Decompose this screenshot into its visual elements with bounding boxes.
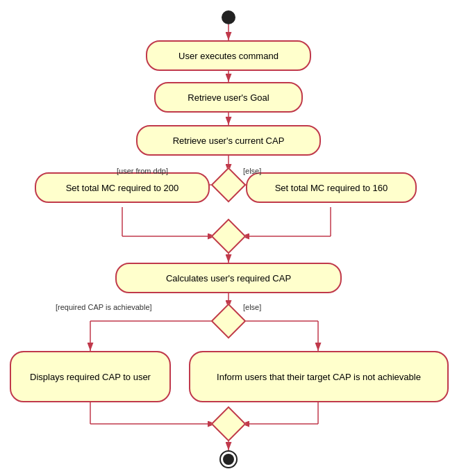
set-mc-160-node: Set total MC required to 160 — [246, 172, 417, 203]
inform-not-label: Inform users that their target CAP is no… — [217, 372, 421, 382]
label-user-from-ddp: [user from ddp] — [117, 167, 168, 175]
calc-cap-label: Calculates user's required CAP — [166, 273, 291, 284]
label-else2: [else] — [243, 303, 261, 311]
label-else1: [else] — [243, 167, 261, 175]
display-cap-label: Displays required CAP to user — [30, 372, 151, 382]
end-node — [219, 450, 238, 468]
inform-not-node: Inform users that their target CAP is no… — [189, 351, 449, 402]
set-mc-160-label: Set total MC required to 160 — [275, 183, 388, 193]
start-node — [222, 10, 235, 24]
activity-diagram: User executes command Retrieve user's Go… — [0, 0, 457, 476]
user-executes-label: User executes command — [178, 51, 279, 61]
calc-cap-node: Calculates user's required CAP — [115, 263, 342, 293]
user-executes-node: User executes command — [146, 40, 311, 71]
retrieve-cap-label: Retrieve user's current CAP — [173, 136, 285, 146]
label-required-achievable: [required CAP is achievable] — [56, 303, 152, 311]
retrieve-goal-label: Retrieve user's Goal — [188, 92, 269, 103]
display-cap-node: Displays required CAP to user — [10, 351, 171, 402]
retrieve-cap-node: Retrieve user's current CAP — [136, 125, 321, 156]
set-mc-200-label: Set total MC required to 200 — [66, 183, 179, 193]
retrieve-goal-node: Retrieve user's Goal — [154, 82, 303, 113]
end-inner — [223, 454, 234, 465]
set-mc-200-node: Set total MC required to 200 — [35, 172, 210, 203]
